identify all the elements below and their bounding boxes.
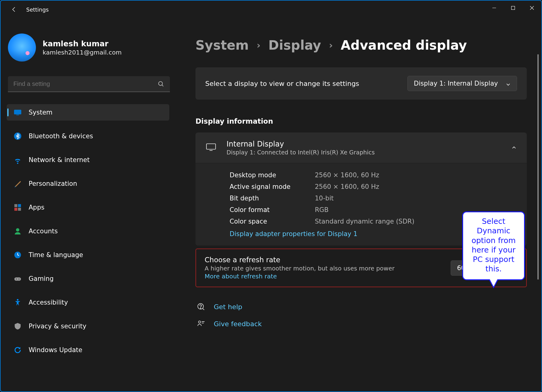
- display-dropdown-value: Display 1: Internal Display: [414, 80, 498, 87]
- refresh-title: Choose a refresh rate: [205, 256, 395, 264]
- sidebar-item-system[interactable]: System: [7, 104, 169, 121]
- annotation-callout: Select Dynamic option from here if your …: [462, 211, 525, 280]
- sidebar: kamlesh kumar kamlesh2011@gmail.com Syst…: [5, 18, 175, 387]
- breadcrumb-current: Advanced display: [341, 38, 467, 53]
- svg-point-14: [17, 299, 18, 301]
- paintbrush-icon: [13, 179, 22, 188]
- maximize-button[interactable]: [504, 1, 523, 15]
- help-icon: [197, 302, 205, 311]
- svg-point-17: [200, 308, 201, 309]
- sidebar-item-label: Privacy & security: [29, 323, 86, 330]
- sidebar-item-accounts[interactable]: Accounts: [7, 223, 169, 239]
- refresh-more-link[interactable]: More about refresh rate: [205, 273, 277, 280]
- svg-rect-0: [512, 6, 515, 10]
- sidebar-item-label: Personalization: [29, 180, 77, 187]
- select-display-label: Select a display to view or change its s…: [205, 80, 359, 87]
- display-connection: Display 1: Connected to Intel(R) Iris(R)…: [227, 149, 375, 156]
- sidebar-item-bluetooth[interactable]: Bluetooth & devices: [7, 128, 169, 144]
- select-display-panel: Select a display to view or change its s…: [195, 67, 527, 100]
- give-feedback-link[interactable]: Give feedback: [214, 320, 262, 328]
- update-icon: [13, 346, 22, 354]
- svg-rect-2: [14, 110, 21, 114]
- display-icon: [13, 108, 22, 117]
- main-content: System › Display › Advanced display Sele…: [175, 18, 537, 387]
- minimize-button[interactable]: [485, 1, 504, 15]
- search-box[interactable]: [8, 76, 170, 92]
- close-button[interactable]: [523, 1, 541, 15]
- search-input[interactable]: [13, 80, 158, 87]
- chevron-down-icon: [506, 81, 511, 86]
- scrollbar-thumb[interactable]: [537, 54, 539, 280]
- info-row: Desktop mode2560 × 1600, 60 Hz: [230, 169, 516, 181]
- svg-rect-6: [18, 204, 21, 207]
- nav: System Bluetooth & devices Network & int…: [5, 104, 175, 358]
- display-info-header[interactable]: Internal Display Display 1: Connected to…: [195, 132, 527, 163]
- svg-point-9: [16, 228, 19, 231]
- get-help-link[interactable]: Get help: [214, 303, 242, 311]
- sidebar-item-network[interactable]: Network & internet: [7, 152, 169, 168]
- profile-email: kamlesh2011@gmail.com: [43, 49, 121, 56]
- sidebar-item-personalization[interactable]: Personalization: [7, 175, 169, 192]
- chevron-right-icon: ›: [257, 40, 260, 51]
- display-dropdown[interactable]: Display 1: Internal Display: [407, 76, 517, 91]
- adapter-properties-link[interactable]: Display adapter properties for Display 1: [230, 230, 357, 238]
- sidebar-item-label: System: [29, 109, 52, 116]
- sidebar-item-gaming[interactable]: Gaming: [7, 270, 169, 287]
- svg-rect-15: [206, 144, 216, 149]
- bluetooth-icon: [13, 132, 22, 140]
- breadcrumb-system[interactable]: System: [195, 38, 249, 53]
- give-feedback-row[interactable]: Give feedback: [195, 320, 527, 328]
- avatar: [8, 34, 36, 62]
- svg-rect-11: [14, 277, 21, 281]
- svg-point-13: [19, 278, 19, 279]
- get-help-row[interactable]: Get help: [195, 302, 527, 311]
- feedback-icon: [197, 320, 205, 328]
- chevron-right-icon: ›: [329, 40, 333, 51]
- svg-rect-7: [14, 208, 17, 211]
- sidebar-item-label: Gaming: [29, 275, 54, 282]
- info-row: Active signal mode2560 × 1600, 60 Hz: [230, 181, 516, 192]
- accessibility-icon: [13, 298, 22, 307]
- scrollbar[interactable]: [537, 21, 540, 387]
- person-icon: [13, 227, 22, 235]
- sidebar-item-label: Windows Update: [29, 346, 82, 354]
- sidebar-item-apps[interactable]: Apps: [7, 199, 169, 216]
- info-row: Bit depth10-bit: [230, 192, 516, 204]
- svg-point-18: [199, 321, 201, 323]
- profile-block[interactable]: kamlesh kumar kamlesh2011@gmail.com: [5, 34, 175, 62]
- titlebar: Settings: [1, 1, 541, 18]
- sidebar-item-windows-update[interactable]: Windows Update: [7, 342, 169, 358]
- monitor-icon: [206, 143, 216, 152]
- window-title: Settings: [26, 6, 49, 13]
- sidebar-item-label: Accessibility: [29, 299, 68, 306]
- svg-rect-3: [16, 115, 19, 115]
- clock-icon: [13, 251, 22, 259]
- wifi-icon: [13, 156, 22, 164]
- gamepad-icon: [13, 274, 22, 283]
- back-button[interactable]: [9, 5, 19, 14]
- sidebar-item-label: Apps: [29, 204, 44, 211]
- svg-rect-5: [14, 204, 17, 207]
- search-icon: [158, 81, 164, 87]
- sidebar-item-label: Network & internet: [29, 156, 90, 164]
- sidebar-item-label: Bluetooth & devices: [29, 132, 93, 140]
- svg-rect-8: [18, 208, 21, 211]
- profile-name: kamlesh kumar: [43, 39, 121, 48]
- breadcrumb-display[interactable]: Display: [268, 38, 321, 53]
- annotation-text: Select Dynamic option from here if your …: [471, 217, 516, 273]
- window-controls: [485, 1, 541, 15]
- section-title: Display information: [195, 117, 527, 125]
- breadcrumb: System › Display › Advanced display: [195, 38, 527, 53]
- sidebar-item-label: Time & language: [29, 251, 83, 259]
- apps-icon: [13, 203, 22, 212]
- display-name: Internal Display: [227, 140, 375, 148]
- sidebar-item-privacy[interactable]: Privacy & security: [7, 318, 169, 334]
- refresh-subtitle: A higher rate gives smoother motion, but…: [205, 265, 395, 272]
- sidebar-item-time-language[interactable]: Time & language: [7, 247, 169, 263]
- svg-point-12: [16, 278, 17, 279]
- sidebar-item-label: Accounts: [29, 228, 58, 235]
- svg-point-1: [159, 81, 163, 85]
- shield-icon: [13, 322, 22, 330]
- sidebar-item-accessibility[interactable]: Accessibility: [7, 294, 169, 311]
- chevron-up-icon: [512, 145, 516, 150]
